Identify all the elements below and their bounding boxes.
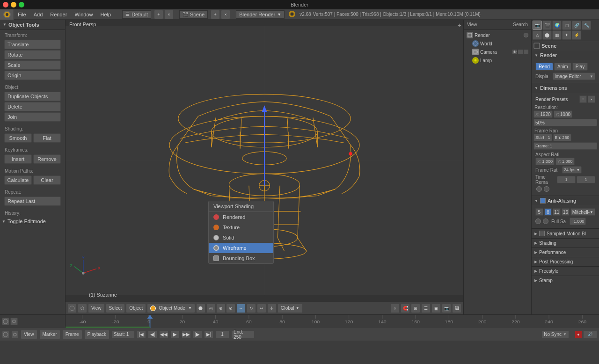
retopology-icon[interactable]: ⊞: [411, 304, 420, 313]
prop-modifiers-icon[interactable]: 🔧: [582, 21, 591, 30]
jump-start-btn[interactable]: |◀: [137, 330, 146, 339]
shading-wireframe[interactable]: Wireframe: [209, 243, 273, 253]
snap-to-icon[interactable]: ⊕: [216, 304, 226, 313]
camera-icon[interactable]: 📷: [442, 304, 451, 313]
camera-vis-icon[interactable]: 👁: [512, 50, 517, 54]
translate-button[interactable]: Translate: [4, 40, 61, 49]
prop-constraints-icon[interactable]: 🔗: [572, 21, 581, 30]
snap-icon[interactable]: 🧲: [401, 304, 410, 313]
workspace-close-btn[interactable]: ×: [164, 10, 174, 19]
full-sample-value[interactable]: : 1.000: [570, 218, 586, 225]
resolution-pct-input[interactable]: 50%: [533, 119, 597, 126]
render-tab-anim[interactable]: Anim: [554, 63, 571, 71]
scale-button[interactable]: Scale: [4, 60, 61, 70]
menu-window[interactable]: Window: [71, 9, 96, 20]
menu-render[interactable]: Render: [46, 9, 71, 20]
timeline-dot-icon[interactable]: ⬡: [10, 318, 18, 325]
menu-help[interactable]: Help: [97, 9, 115, 20]
frame-rate-dropdown[interactable]: 24 fps ▼: [562, 166, 582, 174]
bottom-dot-icon[interactable]: ⬡: [11, 331, 19, 338]
object-mode-selector[interactable]: Object Mode ▼: [147, 304, 195, 313]
render-icon[interactable]: 🖼: [452, 304, 461, 313]
scale-tool-icon[interactable]: ⇔: [257, 304, 266, 313]
viewport-view-menu[interactable]: View: [88, 304, 105, 313]
insert-button[interactable]: Insert: [4, 154, 32, 164]
viewport-3d[interactable]: Front Persp +: [66, 20, 463, 301]
outliner-item-camera[interactable]: Camera 👁: [465, 48, 530, 56]
viewport-object-menu[interactable]: Object: [126, 304, 146, 313]
stamp-header[interactable]: Stamp: [532, 276, 599, 285]
resolution-x-input[interactable]: X: 1920: [533, 110, 553, 118]
full-sample-radio-1[interactable]: [535, 218, 541, 224]
aa-num-5[interactable]: 5: [535, 208, 543, 216]
translate-icon[interactable]: ↔: [236, 304, 246, 313]
close-button[interactable]: [3, 2, 8, 7]
timeline-info-icon[interactable]: [2, 318, 9, 325]
frame-start-input[interactable]: Start : 1: [533, 134, 552, 141]
next-keyframe-btn[interactable]: |▶: [193, 330, 202, 339]
aspect-y-input[interactable]: Y: 1.000: [555, 158, 575, 165]
snap-align-icon[interactable]: ⊗: [226, 304, 235, 313]
pivot-icon[interactable]: ⬤: [196, 304, 205, 313]
workspace-selector[interactable]: ☰ Default: [122, 10, 151, 19]
prop-object-icon[interactable]: ◻: [562, 21, 571, 30]
start-frame-input[interactable]: Start: 1: [111, 330, 135, 339]
presets-remove-btn[interactable]: -: [588, 95, 595, 103]
current-frame-input[interactable]: 1: [215, 330, 229, 339]
scene-add-btn[interactable]: +: [211, 10, 220, 19]
full-sample-radio-2[interactable]: [543, 218, 548, 224]
prop-texture-icon[interactable]: ▦: [552, 30, 562, 40]
camera-restrict-icon[interactable]: [518, 50, 523, 54]
menu-add[interactable]: Add: [30, 9, 47, 20]
shading-solid[interactable]: Solid: [209, 233, 273, 243]
maximize-button[interactable]: [19, 2, 24, 7]
minimize-button[interactable]: [11, 2, 16, 7]
shading-texture[interactable]: Texture: [209, 222, 273, 233]
audio-sync-icon[interactable]: 🔊: [583, 330, 597, 339]
render-section-header[interactable]: Render: [532, 51, 599, 60]
aa-num-11[interactable]: 11: [553, 208, 561, 216]
aa-filter-input[interactable]: Mitchell- ▼: [570, 208, 595, 216]
performance-header[interactable]: Performance: [532, 248, 599, 257]
outliner-view-btn[interactable]: View: [466, 22, 479, 27]
proportional-edit-icon[interactable]: ○: [390, 304, 400, 313]
play-btn[interactable]: ▶: [170, 330, 180, 339]
prop-scene-icon[interactable]: 🎬: [542, 21, 552, 30]
rotate-button[interactable]: Rotate: [4, 50, 61, 59]
shading-props-header[interactable]: Shading: [532, 239, 599, 248]
camera-render-icon[interactable]: [524, 50, 528, 54]
bottom-playback-menu[interactable]: Playback: [84, 330, 110, 339]
aa-section-header[interactable]: Anti-Aliasing: [532, 196, 599, 205]
current-frame-input[interactable]: Frame: 1: [533, 142, 597, 150]
delete-button[interactable]: Delete: [4, 102, 61, 111]
sync-selector[interactable]: No Sync ▼: [541, 330, 569, 339]
outliner-item-world[interactable]: World: [465, 39, 530, 48]
prop-render-icon[interactable]: 📷: [533, 21, 542, 30]
workspace-add-btn[interactable]: +: [154, 10, 163, 19]
bottom-frame-menu[interactable]: Frame: [62, 330, 82, 339]
smooth-button[interactable]: Smooth: [4, 133, 32, 143]
bottom-marker-menu[interactable]: Marker: [39, 330, 60, 339]
info-icon[interactable]: [0, 9, 14, 20]
viewport-add-btn[interactable]: +: [458, 22, 461, 29]
crop-circle[interactable]: [544, 186, 549, 192]
timeline-ruler[interactable]: -40 -20 0 20 40 60 80 100 120 140: [66, 315, 599, 328]
bottom-view-menu[interactable]: View: [21, 330, 37, 339]
prop-particles-icon[interactable]: ✦: [562, 30, 571, 40]
snap-cursor-icon[interactable]: ◎: [206, 304, 216, 313]
render-tab-play[interactable]: Play: [572, 63, 588, 71]
duplicate-objects-button[interactable]: Duplicate Objects: [4, 92, 61, 101]
aa-num-16[interactable]: 16: [562, 208, 570, 216]
prop-data-icon[interactable]: △: [533, 30, 542, 40]
join-button[interactable]: Join: [4, 112, 61, 122]
render-tab-rend[interactable]: Rend: [535, 63, 553, 71]
presets-add-btn[interactable]: +: [579, 95, 587, 103]
display-input[interactable]: Image Editor ▼: [553, 73, 595, 80]
shading-rendered[interactable]: Rendered: [209, 212, 273, 222]
origin-button[interactable]: Origin: [4, 71, 61, 80]
prop-material-icon[interactable]: ⬤: [542, 30, 552, 40]
end-frame-input[interactable]: End: 250: [231, 330, 255, 339]
prop-world-icon[interactable]: 🌍: [552, 21, 562, 30]
rotate-tool-icon[interactable]: ↻: [247, 304, 256, 313]
border-render-circle[interactable]: [536, 186, 542, 192]
